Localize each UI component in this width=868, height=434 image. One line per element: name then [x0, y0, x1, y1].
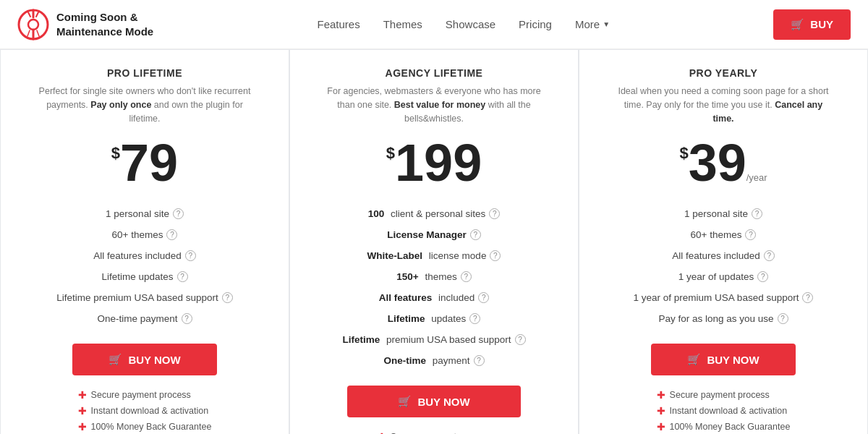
- info-icon-agency-themes[interactable]: ?: [461, 271, 472, 282]
- pro-yearly-trust: ✚ Secure payment process ✚ Instant downl…: [657, 387, 791, 434]
- pro-lifetime-buy-button[interactable]: 🛒 BUY NOW: [72, 344, 217, 375]
- feature-personal-site: 1 personal site ?: [15, 203, 274, 224]
- trust-money-back: ✚ 100% Money Back Guarantee: [78, 419, 212, 434]
- agency-lifetime-buy-button[interactable]: 🛒 BUY NOW: [347, 386, 521, 417]
- nav-more[interactable]: More ▼: [575, 18, 610, 30]
- check-icon-yearly-secure: ✚: [657, 389, 665, 401]
- pro-lifetime-trust: ✚ Secure payment process ✚ Instant downl…: [78, 387, 212, 434]
- info-icon-agency-payment[interactable]: ?: [474, 355, 485, 366]
- info-icon-lifetime-support[interactable]: ?: [222, 292, 233, 303]
- info-icon-agency-updates[interactable]: ?: [469, 313, 480, 324]
- svg-point-1: [28, 20, 38, 30]
- svg-line-7: [37, 30, 39, 36]
- info-icon-one-time[interactable]: ?: [182, 313, 192, 324]
- pro-lifetime-features: 1 personal site ? 60+ themes ? All featu…: [15, 203, 274, 329]
- check-icon-download: ✚: [78, 405, 87, 417]
- pro-yearly-card: PRO YEARLY Ideal when you need a coming …: [579, 49, 868, 434]
- agency-lifetime-currency: $: [386, 144, 395, 163]
- info-icon-themes[interactable]: ?: [166, 229, 177, 240]
- info-icon-all-features[interactable]: ?: [185, 250, 196, 261]
- agency-feature-all-features: All features included ?: [305, 287, 563, 308]
- cart-icon-yearly: 🛒: [687, 353, 701, 366]
- agency-feature-themes: 150+ themes ?: [305, 266, 563, 287]
- info-icon-yearly-all-features[interactable]: ?: [764, 250, 775, 261]
- pro-lifetime-title: PRO LIFETIME: [107, 67, 182, 79]
- pro-yearly-features: 1 personal site ? 60+ themes ? All featu…: [594, 203, 853, 329]
- info-icon-lifetime-updates[interactable]: ?: [177, 271, 188, 282]
- agency-lifetime-desc: For agencies, webmasters & everyone who …: [326, 85, 542, 125]
- pro-lifetime-currency: $: [111, 144, 120, 163]
- info-icon-yearly-updates[interactable]: ?: [757, 271, 768, 282]
- agency-lifetime-features: 100 client & personal sites ? License Ma…: [305, 203, 563, 371]
- nav-more-arrow-icon: ▼: [603, 20, 610, 28]
- yearly-feature-all-features: All features included ?: [594, 245, 853, 266]
- agency-feature-license-manager: License Manager ?: [305, 224, 563, 245]
- nav-features[interactable]: Features: [317, 18, 359, 30]
- feature-one-time: One-time payment ?: [15, 308, 274, 329]
- cart-icon: 🛒: [791, 18, 804, 31]
- nav-showcase[interactable]: Showcase: [446, 18, 495, 30]
- pro-yearly-price: $ 39 /year: [679, 137, 767, 189]
- info-icon-yearly-themes[interactable]: ?: [745, 229, 756, 240]
- info-icon-yearly-support[interactable]: ?: [802, 292, 813, 303]
- check-icon-agency-secure: ✚: [378, 431, 386, 434]
- agency-feature-payment: One-time payment ?: [305, 350, 563, 371]
- pro-yearly-desc: Ideal when you need a coming soon page f…: [615, 85, 832, 125]
- pro-yearly-currency: $: [679, 144, 688, 163]
- agency-lifetime-trust: ✚ Secure payment process: [378, 429, 490, 434]
- cart-icon-pro: 🛒: [109, 353, 122, 366]
- logo-icon: [17, 9, 49, 41]
- agency-lifetime-card: AGENCY LIFETIME For agencies, webmasters…: [289, 49, 579, 434]
- info-icon-license-manager[interactable]: ?: [470, 229, 481, 240]
- feature-themes: 60+ themes ?: [15, 224, 274, 245]
- agency-lifetime-desc-bold: Best value for money: [394, 100, 485, 110]
- pro-yearly-title: PRO YEARLY: [689, 67, 757, 79]
- agency-feature-support: Lifetime premium USA based support ?: [305, 329, 563, 350]
- check-icon-money-back: ✚: [78, 421, 87, 433]
- check-icon-secure: ✚: [78, 389, 87, 401]
- info-icon-agency-support[interactable]: ?: [515, 334, 526, 345]
- info-icon-personal-site[interactable]: ?: [173, 208, 184, 219]
- pro-lifetime-card: PRO LIFETIME Perfect for single site own…: [0, 49, 289, 434]
- svg-line-4: [36, 12, 38, 17]
- yearly-feature-support: 1 year of premium USA based support ?: [594, 287, 853, 308]
- pro-lifetime-price: $ 79: [111, 137, 178, 189]
- yearly-trust-money-back: ✚ 100% Money Back Guarantee: [657, 419, 791, 434]
- agency-trust-secure: ✚ Secure payment process: [378, 429, 490, 434]
- pro-lifetime-desc: Perfect for single site owners who don't…: [36, 85, 253, 125]
- yearly-feature-pay: Pay for as long as you use ?: [594, 308, 853, 329]
- pro-yearly-amount: 39: [689, 137, 746, 189]
- check-icon-yearly-download: ✚: [657, 405, 665, 417]
- yearly-trust-secure: ✚ Secure payment process: [657, 387, 791, 403]
- feature-lifetime-support: Lifetime premium USA based support ?: [15, 287, 274, 308]
- pro-lifetime-amount: 79: [120, 137, 178, 189]
- info-icon-sites[interactable]: ?: [489, 208, 500, 219]
- info-icon-agency-all-features[interactable]: ?: [478, 292, 489, 303]
- info-icon-yearly-personal-site[interactable]: ?: [752, 208, 762, 219]
- agency-lifetime-price: $ 199: [386, 137, 482, 189]
- feature-all-features: All features included ?: [15, 245, 274, 266]
- info-icon-yearly-pay[interactable]: ?: [778, 313, 788, 324]
- feature-lifetime-updates: Lifetime updates ?: [15, 266, 274, 287]
- pro-yearly-desc-bold: Cancel any time.: [712, 100, 822, 124]
- agency-feature-sites: 100 client & personal sites ?: [305, 203, 563, 224]
- pro-yearly-buy-button[interactable]: 🛒 BUY NOW: [651, 344, 796, 375]
- pro-lifetime-desc-bold: Pay only once: [90, 100, 151, 110]
- trust-instant-download: ✚ Instant download & activation: [78, 403, 212, 419]
- logo-area: Coming Soon & Maintenance Mode: [17, 9, 153, 41]
- nav-pricing[interactable]: Pricing: [519, 18, 552, 30]
- yearly-trust-download: ✚ Instant download & activation: [657, 403, 791, 419]
- agency-feature-white-label: White-Label license mode ?: [305, 245, 563, 266]
- header: Coming Soon & Maintenance Mode Features …: [0, 0, 868, 49]
- info-icon-white-label[interactable]: ?: [490, 250, 501, 261]
- logo-text: Coming Soon & Maintenance Mode: [56, 10, 153, 38]
- header-buy-button[interactable]: 🛒 BUY: [773, 9, 851, 40]
- agency-lifetime-amount: 199: [395, 137, 482, 189]
- agency-feature-updates: Lifetime updates ?: [305, 308, 563, 329]
- agency-lifetime-title: AGENCY LIFETIME: [386, 67, 483, 79]
- nav-themes[interactable]: Themes: [383, 18, 422, 30]
- pricing-section: PRO LIFETIME Perfect for single site own…: [0, 49, 868, 434]
- yearly-feature-themes: 60+ themes ?: [594, 224, 853, 245]
- trust-secure-payment: ✚ Secure payment process: [78, 387, 212, 403]
- svg-line-6: [27, 30, 30, 36]
